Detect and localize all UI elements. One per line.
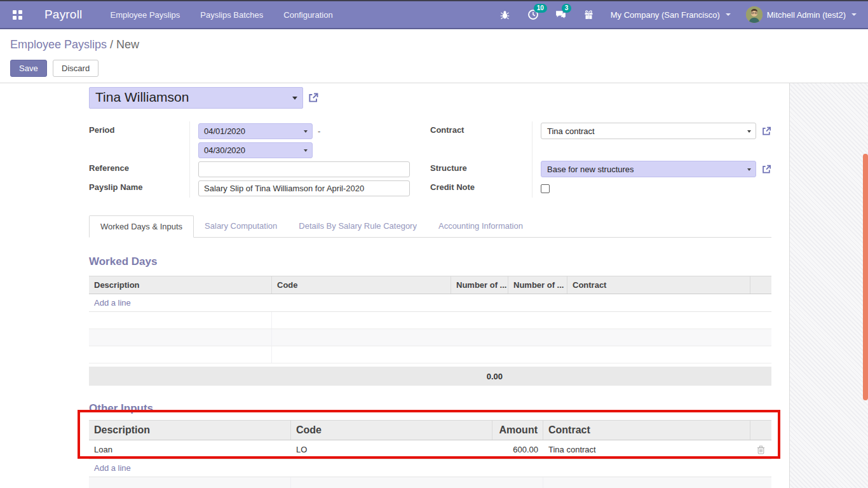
credit-note-checkbox[interactable] [541,184,550,193]
external-link-icon[interactable] [761,164,771,175]
wd-col-number-of-hours[interactable]: Number of ... [508,276,567,294]
discard-button[interactable]: Discard [53,60,98,77]
debug-bug-icon[interactable] [499,8,512,21]
external-link-icon[interactable] [761,126,771,137]
other-inputs-section: Other Inputs Description Code Amount Con… [89,402,771,459]
control-panel: Employee Payslips / New Save Discard [0,29,868,83]
right-field-group: Contract Tina contract Structure Base fo… [430,121,771,198]
tab-salary-computation[interactable]: Salary Computation [194,215,288,237]
oi-code-cell[interactable]: LO [291,445,492,454]
user-name: Mitchell Admin (test2) [767,10,846,20]
payslip-name-label: Payslip Name [89,179,189,198]
other-inputs-add-a-line[interactable]: Add a line [89,459,771,477]
company-name: My Company (San Francisco) [611,10,720,20]
sheet-background-pattern [790,83,868,488]
empty-table-row [89,477,771,488]
external-link-icon[interactable] [308,92,319,104]
tab-worked-days-inputs[interactable]: Worked Days & Inputs [89,215,194,238]
empty-table-row [89,346,771,363]
messages-chat-icon[interactable]: 3 [555,8,567,21]
wd-col-code[interactable]: Code [272,276,451,294]
dropdown-caret-icon [747,130,751,133]
wd-col-contract[interactable]: Contract [567,276,750,294]
systray: 10 3 My Company (San Francisco) Mitchell… [499,6,857,23]
tab-details-by-salary-rule-category[interactable]: Details By Salary Rule Category [288,215,428,237]
breadcrumb-current: New [116,38,139,51]
other-inputs-table: Description Code Amount Contract Loan LO… [89,420,771,459]
empty-table-row [89,329,771,346]
oi-contract-cell[interactable]: Tina contract [543,445,750,454]
contract-field[interactable]: Tina contract [541,123,756,139]
company-switcher[interactable]: My Company (San Francisco) [611,10,731,20]
structure-field[interactable]: Base for new structures [541,161,756,177]
wd-col-description[interactable]: Description [89,276,272,294]
other-inputs-row-loan[interactable]: Loan LO 600.00 Tina contract [89,440,771,459]
top-navbar: Payroll Employee Payslips Payslips Batch… [0,0,868,29]
menu-employee-payslips[interactable]: Employee Payslips [110,10,180,20]
oi-description-cell[interactable]: Loan [89,445,291,454]
dropdown-caret-icon [304,149,308,152]
save-button[interactable]: Save [10,60,47,77]
dropdown-caret-icon [304,130,308,133]
activities-clock-icon[interactable]: 10 [527,8,539,21]
activity-count-badge: 10 [534,4,547,13]
reference-label: Reference [89,159,189,179]
user-avatar [746,6,763,23]
period-label: Period [89,121,189,140]
contract-label: Contract [430,121,532,140]
breadcrumb-parent-link[interactable]: Employee Payslips [10,38,107,51]
payslip-name-input[interactable]: Salary Slip of Tina Williamson for April… [198,180,410,196]
form-view: Tina Williamson Period 04/01/2020 - [0,83,868,488]
worked-days-total-row: 0.00 [89,367,771,386]
app-brand[interactable]: Payroll [44,8,82,22]
menu-configuration[interactable]: Configuration [283,10,332,20]
main-menu: Employee Payslips Payslips Batches Confi… [110,10,332,20]
notebook-tabs: Worked Days & Inputs Salary Computation … [89,215,771,238]
breadcrumb: Employee Payslips / New [10,38,868,51]
worked-days-title: Worked Days [89,255,789,268]
wd-col-number-of-days[interactable]: Number of ... [451,276,508,294]
worked-days-total-value: 0.00 [89,372,508,381]
dropdown-caret-icon [747,168,751,171]
apps-menu-button[interactable] [6,5,28,24]
gift-icon[interactable] [583,8,595,21]
employee-field[interactable]: Tina Williamson [89,87,303,109]
oi-col-code[interactable]: Code [291,421,492,440]
delete-row-trash-icon[interactable] [750,445,771,454]
oi-amount-cell[interactable]: 600.00 [492,445,543,454]
chevron-down-icon [726,13,731,16]
worked-days-add-a-line[interactable]: Add a line [89,294,771,312]
credit-note-label: Credit Note [430,179,532,198]
message-count-badge: 3 [562,4,572,13]
menu-payslips-batches[interactable]: Payslips Batches [200,10,263,20]
apps-grid-icon [13,10,22,20]
dropdown-caret-icon [292,97,297,100]
empty-table-row [89,312,771,329]
form-sheet: Tina Williamson Period 04/01/2020 - [0,83,790,488]
chevron-down-icon [851,13,857,16]
oi-col-amount[interactable]: Amount [492,421,543,440]
period-from-field[interactable]: 04/01/2020 [198,123,313,139]
user-menu[interactable]: Mitchell Admin (test2) [746,6,857,23]
structure-label: Structure [430,159,532,179]
left-field-group: Period 04/01/2020 - 04/30/2020 Reference [89,121,430,198]
worked-days-table: Description Code Number of ... Number of… [89,276,771,386]
oi-col-contract[interactable]: Contract [543,421,750,440]
vertical-scrollbar[interactable] [863,154,868,400]
other-inputs-title: Other Inputs [89,402,771,415]
oi-col-description[interactable]: Description [89,421,291,440]
period-to-field[interactable]: 04/30/2020 [198,142,313,158]
reference-input[interactable] [198,161,410,177]
tab-accounting-information[interactable]: Accounting Information [428,215,534,237]
